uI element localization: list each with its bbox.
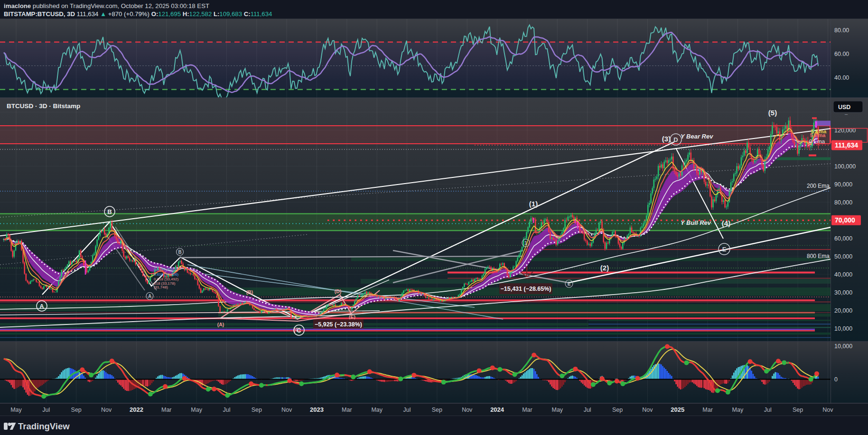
svg-text:5 Ema: 5 Ema [810,132,826,138]
svg-text:Jul: Jul [403,407,411,413]
svg-text:Sep: Sep [71,407,82,413]
svg-text:−5,925 (−23.38%): −5,925 (−23.38%) [315,321,362,328]
svg-text:D: D [673,136,678,143]
svg-text:Mar: Mar [702,407,713,413]
svg-text:200 Ema: 200 Ema [807,183,830,189]
svg-text:90,000: 90,000 [834,181,852,188]
svg-text:50,000: 50,000 [834,253,852,260]
svg-text:TradingView: TradingView [18,421,70,431]
svg-text:2022: 2022 [130,406,143,413]
svg-text:Sep: Sep [793,407,803,413]
svg-text:Nov: Nov [101,407,112,413]
svg-text:May: May [732,407,744,413]
svg-text:40,000: 40,000 [834,271,852,278]
svg-text:Mar: Mar [522,407,532,413]
svg-text:Y Bear Rev: Y Bear Rev [681,133,713,140]
svg-text:Y Bull Rev: Y Bull Rev [681,219,711,226]
svg-text:80.00: 80.00 [834,27,849,34]
svg-text:70,000: 70,000 [835,216,855,224]
svg-text:(2): (2) [600,264,609,272]
svg-text:May: May [371,407,383,413]
svg-text:Nov: Nov [822,407,833,413]
svg-text:100,000: 100,000 [834,163,856,170]
svg-text:Mar: Mar [161,407,172,413]
svg-text:Sep: Sep [432,407,442,413]
svg-text:30,000: 30,000 [834,289,852,296]
svg-text:A: A [39,303,44,310]
svg-text:(D): (D) [335,288,342,294]
svg-text:(4): (4) [722,219,730,227]
svg-text:2025: 2025 [671,406,684,413]
svg-text:B: B [178,250,181,255]
svg-text:BITSTAMP:BTCUSD, 3D 111,634 ▲: BITSTAMP:BTCUSD, 3D 111,634 ▲ +870 (+0.7… [4,10,272,18]
svg-text:May: May [10,407,22,413]
svg-text:(B): (B) [246,289,253,295]
svg-text:(3): (3) [662,135,671,143]
svg-text:(E): (E) [349,314,355,320]
svg-text:Jul: Jul [42,407,50,413]
svg-text:Jul: Jul [764,407,772,413]
svg-text:–: – [845,111,848,117]
svg-text:Nov: Nov [642,407,653,413]
svg-text:B: B [107,208,112,215]
svg-text:0: 0 [834,376,838,383]
svg-text:Jul: Jul [223,407,230,413]
svg-text:40.00: 40.00 [834,74,849,81]
svg-text:20,000: 20,000 [834,307,852,314]
svg-text:(5): (5) [768,109,777,117]
svg-text:E: E [722,246,727,253]
svg-text:60.00: 60.00 [834,51,849,57]
svg-text:E: E [568,281,571,287]
svg-text:C: C [297,327,301,334]
svg-text:USD: USD [838,104,850,111]
svg-text:BTCUSD · 3D · Bitstamp: BTCUSD · 3D · Bitstamp [7,102,80,110]
svg-text:2023: 2023 [310,406,324,413]
svg-text:A: A [148,294,151,299]
svg-text:800 Ema: 800 Ema [807,253,830,259]
svg-text:111,634: 111,634 [835,141,858,149]
svg-text:0.5 (40,306): 0.5 (40,306) [154,267,174,271]
svg-text:Jul: Jul [584,407,591,413]
svg-text:May: May [191,407,202,413]
svg-text:60,000: 60,000 [834,235,852,242]
svg-text:80,000: 80,000 [834,199,852,206]
svg-text:0.618 (33,492): 0.618 (33,492) [154,277,178,281]
svg-text:Mar: Mar [342,407,352,413]
svg-text:Nov: Nov [281,407,292,413]
svg-text:Nov: Nov [462,407,473,413]
svg-text:Sep: Sep [612,407,623,413]
svg-text:2024: 2024 [490,406,504,413]
svg-text:0 Ema: 0 Ema [809,139,825,144]
svg-text:0.618 (37,306): 0.618 (37,306) [154,272,178,277]
svg-text:(A): (A) [217,322,224,327]
svg-text:10,000: 10,000 [834,325,852,332]
svg-text:Sep: Sep [252,407,262,413]
svg-text:(31,748): (31,748) [154,285,168,289]
svg-text:May: May [551,407,563,413]
svg-text:1: 1 [524,241,527,246]
svg-text:10,000: 10,000 [834,343,852,350]
svg-text:−15,431 (−28.65%): −15,431 (−28.65%) [500,286,551,292]
svg-text:(1): (1) [529,200,538,208]
svg-text:imaclone published on TradingV: imaclone published on TradingView.com, O… [4,2,209,9]
